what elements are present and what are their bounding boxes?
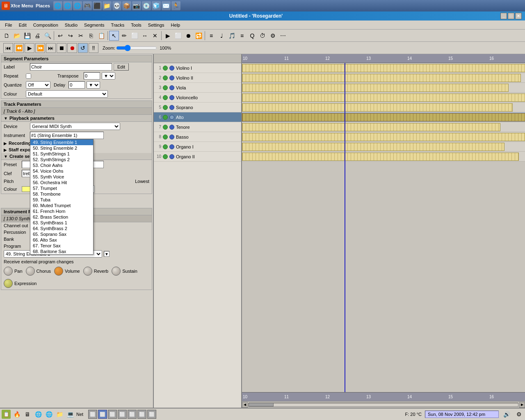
seq-row-5[interactable] — [242, 103, 525, 112]
track-mute-6[interactable] — [163, 115, 168, 120]
instrument-input[interactable] — [30, 132, 104, 139]
seq-row-8[interactable] — [242, 132, 525, 142]
globe-icon[interactable]: 🌐 — [53, 1, 62, 10]
delay-input[interactable] — [68, 81, 85, 89]
seq-row-2[interactable] — [242, 73, 525, 83]
dropdown-item-63[interactable]: 63. SynthBrass 1 — [30, 220, 93, 226]
staff-btn[interactable]: ≡ — [237, 31, 247, 41]
sys-icon-6[interactable]: 📁 — [55, 410, 64, 419]
instrument-dropdown-list[interactable]: 49. String Ensemble 1 50. String Ensembl… — [30, 139, 94, 255]
window-controls[interactable]: _ □ ✕ — [500, 13, 522, 19]
copy-btn[interactable]: ⎘ — [86, 31, 96, 41]
camera-icon[interactable]: 📷 — [132, 1, 141, 10]
repeat-checkbox[interactable] — [26, 73, 31, 79]
dropdown-item-51[interactable]: 51. SynthStrings 1 — [30, 151, 93, 157]
seq-row-9[interactable] — [242, 142, 525, 152]
task-btn-7[interactable]: ⬜ — [147, 410, 156, 419]
status-icon-right2[interactable]: ⚙ — [514, 410, 523, 419]
runner-icon[interactable]: 🏃 — [171, 1, 180, 10]
menu-help[interactable]: Help — [168, 22, 184, 28]
rewind-start-btn[interactable]: ⏮ — [3, 43, 13, 53]
preview-btn[interactable]: 🔍 — [43, 31, 52, 41]
seq-seg-9a[interactable] — [242, 143, 504, 151]
edit-button[interactable]: Edit — [114, 63, 129, 71]
seq-seg-8a[interactable] — [242, 133, 525, 141]
dropdown-item-56[interactable]: 56. Orchestra Hit — [30, 180, 93, 185]
dropdown-item-64[interactable]: 64. SynthBrass 2 — [30, 226, 93, 231]
quantize-btn[interactable]: ≡ — [206, 31, 216, 41]
play-midi-btn[interactable]: ▶ — [163, 31, 173, 41]
volume-knob[interactable] — [54, 267, 63, 276]
print-btn[interactable]: 🖨 — [32, 31, 42, 41]
punch-btn[interactable]: ‼ — [89, 43, 98, 53]
track-row-1[interactable]: 1 Violino I — [154, 63, 241, 73]
track-solo-9[interactable] — [169, 144, 174, 149]
eraser-tool[interactable]: ⬜ — [130, 31, 139, 41]
seq-seg-1a[interactable] — [242, 64, 525, 72]
dropdown-item-68[interactable]: 68. Baritone Sax — [30, 249, 93, 254]
h-scrollbar[interactable]: ◀ ▶ — [242, 401, 525, 408]
task-btn-3[interactable]: ⬜ — [108, 410, 117, 419]
track-solo-7[interactable] — [169, 125, 174, 130]
terminal-icon[interactable]: ⬛ — [93, 1, 102, 10]
dropdown-item-61[interactable]: 61. French Horn — [30, 208, 93, 214]
task-btn-4[interactable]: ⬜ — [118, 410, 127, 419]
track-row-10[interactable]: 10 Organo II — [154, 152, 241, 162]
dropdown-item-62[interactable]: 62. Brass Section — [30, 214, 93, 220]
seq-row-4[interactable] — [242, 93, 525, 103]
track-row-2[interactable]: 2 Violino II — [154, 73, 241, 83]
transpose-input[interactable] — [84, 72, 100, 80]
track-solo-4[interactable] — [169, 95, 174, 100]
seq-row-7[interactable] — [242, 122, 525, 132]
chord-btn[interactable]: 🎵 — [227, 31, 237, 41]
box-icon[interactable]: 📦 — [122, 1, 131, 10]
menu-segments[interactable]: Segments — [81, 22, 108, 28]
disk-icon[interactable]: 💿 — [142, 1, 151, 10]
metronome-btn[interactable]: ⏱ — [258, 31, 267, 41]
forward-btn[interactable]: ⏩ — [35, 43, 45, 53]
more-btn[interactable]: ⋯ — [278, 31, 288, 41]
record-btn[interactable]: ⏺ — [183, 31, 193, 41]
seq-seg-2a[interactable] — [242, 74, 521, 82]
track-row-4[interactable]: 4 Violoncello — [154, 93, 241, 103]
redo-btn[interactable]: ↪ — [66, 31, 75, 41]
browser-icon1[interactable]: 🌐 — [63, 1, 72, 10]
expression-knob[interactable] — [4, 279, 13, 288]
skull-icon[interactable]: 💀 — [112, 1, 121, 10]
xfce-menu-label[interactable]: Xfce Menu — [11, 3, 33, 8]
loop-btn[interactable]: 🔁 — [194, 31, 203, 41]
track-row-5[interactable]: 5 Soprano — [154, 103, 241, 112]
dropdown-item-52[interactable]: 52. SynthStrings 2 — [30, 157, 93, 162]
track-solo-2[interactable] — [169, 75, 174, 80]
forward-end-btn[interactable]: ⏭ — [46, 43, 56, 53]
task-btn-1[interactable]: ⬜ — [88, 410, 97, 419]
sys-icon-2[interactable]: 🔥 — [12, 410, 21, 419]
track-mute-5[interactable] — [163, 105, 168, 110]
track-mute-8[interactable] — [163, 135, 168, 139]
sys-icon-3[interactable]: 🖥 — [23, 410, 32, 419]
label-input[interactable] — [30, 63, 112, 71]
track-solo-6[interactable] — [169, 115, 174, 120]
track-mute-7[interactable] — [163, 125, 168, 130]
dropdown-item-58[interactable]: 58. Trombone — [30, 191, 93, 197]
pencil-tool[interactable]: ✏ — [119, 31, 129, 41]
menu-edit[interactable]: Edit — [16, 22, 30, 28]
menu-settings[interactable]: Settings — [145, 22, 168, 28]
chorus-knob[interactable] — [26, 267, 35, 276]
dropdown-item-55[interactable]: 55. Synth Voice — [30, 174, 93, 180]
plugin-btn[interactable]: ⚙ — [268, 31, 278, 41]
mail-icon[interactable]: ✉️ — [162, 1, 171, 10]
dropdown-item-49[interactable]: 49. String Ensemble 1 — [30, 139, 93, 145]
track-mute-1[interactable] — [163, 66, 168, 71]
transpose-select[interactable]: ▼ — [102, 72, 115, 80]
zoom-slider[interactable] — [116, 45, 157, 51]
track-row-9[interactable]: 9 Organo I — [154, 142, 241, 152]
sys-icon-1[interactable]: 📋 — [2, 410, 11, 419]
menu-composition[interactable]: Composition — [30, 22, 62, 28]
xfce-menu-area[interactable]: 🖥 Xfce Menu Places — [2, 2, 50, 10]
h-scroll-track[interactable] — [249, 403, 518, 407]
files-icon[interactable]: 📁 — [103, 1, 112, 10]
dropdown-item-57[interactable]: 57. Trumpet — [30, 185, 93, 191]
dropdown-item-54[interactable]: 54. Voice Oohs — [30, 168, 93, 174]
cube-icon[interactable]: 🧊 — [152, 1, 161, 10]
